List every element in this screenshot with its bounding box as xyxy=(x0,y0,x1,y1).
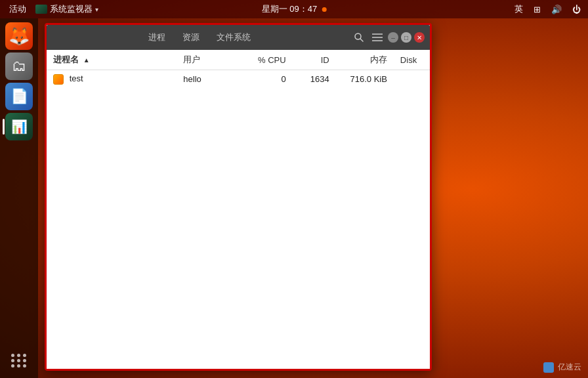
files-icon: 🗂 xyxy=(12,58,26,75)
table-body: test hello 0 1634 716.0 KiB xyxy=(47,70,430,88)
dot8 xyxy=(17,364,20,368)
lang-button[interactable]: 英 xyxy=(513,3,525,15)
datetime-label: 星期一 09：47 xyxy=(262,3,318,15)
window-tabs: 进程 资源 文件系统 xyxy=(52,29,347,46)
app-title-area: 系统监视器 ▾ xyxy=(35,3,98,15)
table-row[interactable]: test hello 0 1634 716.0 KiB xyxy=(47,70,430,88)
cell-cpu: 0 xyxy=(242,70,292,88)
minimize-button[interactable]: – xyxy=(388,32,398,43)
writer-icon: 📄 xyxy=(10,88,28,105)
watermark: 亿速云 xyxy=(543,362,581,373)
table-header: 进程名 ▲ 用户 % CPU ID 内存 Disk xyxy=(47,50,430,70)
cell-user: hello xyxy=(177,70,242,88)
cell-id: 1634 xyxy=(293,70,336,88)
power-button[interactable]: ⏻ xyxy=(570,5,583,14)
network-button[interactable]: ⊞ xyxy=(532,5,543,14)
search-button[interactable] xyxy=(351,31,367,44)
col-header-cpu[interactable]: % CPU xyxy=(242,50,292,70)
cell-mem: 716.0 KiB xyxy=(336,70,394,88)
process-table-container: 进程名 ▲ 用户 % CPU ID 内存 Disk test xyxy=(47,50,430,369)
dot6 xyxy=(23,359,26,362)
topbar-center: 星期一 09：47 xyxy=(262,3,327,15)
dot1 xyxy=(11,354,14,357)
col-header-disk[interactable]: Disk xyxy=(394,50,430,70)
tab-resources[interactable]: 资源 xyxy=(175,29,207,46)
sidebar: 🦊 🗂 📄 📊 xyxy=(0,18,38,378)
dot9 xyxy=(23,364,26,368)
col-header-name[interactable]: 进程名 ▲ xyxy=(47,50,177,70)
titlebar-actions: – □ ✕ xyxy=(351,31,425,44)
window-titlebar: 进程 资源 文件系统 – xyxy=(47,25,430,50)
system-monitor-window: 进程 资源 文件系统 – xyxy=(45,23,432,371)
col-header-id[interactable]: ID xyxy=(293,50,336,70)
header-row: 进程名 ▲ 用户 % CPU ID 内存 Disk xyxy=(47,50,430,70)
dot2 xyxy=(17,354,20,357)
process-icon xyxy=(53,74,64,85)
volume-button[interactable]: 🔊 xyxy=(549,5,564,14)
sidebar-item-firefox[interactable]: 🦊 xyxy=(5,22,33,50)
app-title-icon xyxy=(35,5,47,14)
dot7 xyxy=(11,364,14,368)
app-title-dropdown-icon: ▾ xyxy=(95,6,98,13)
topbar-right: 英 ⊞ 🔊 ⏻ xyxy=(513,3,583,15)
search-icon xyxy=(354,32,364,43)
watermark-icon xyxy=(543,362,554,373)
menu-button[interactable] xyxy=(369,32,385,43)
cell-name: test xyxy=(47,70,177,88)
monitor-icon: 📊 xyxy=(11,119,28,135)
time-dot-icon xyxy=(322,7,326,12)
sidebar-item-monitor[interactable]: 📊 xyxy=(5,113,33,140)
hamburger-icon xyxy=(372,33,383,42)
process-name: test xyxy=(70,74,83,83)
tab-process[interactable]: 进程 xyxy=(140,29,173,46)
firefox-icon: 🦊 xyxy=(9,26,30,47)
svg-line-1 xyxy=(360,39,363,41)
process-table: 进程名 ▲ 用户 % CPU ID 内存 Disk test xyxy=(47,50,430,88)
col-header-mem[interactable]: 内存 xyxy=(336,50,394,70)
dot3 xyxy=(23,354,26,357)
app-title-label: 系统监视器 xyxy=(50,3,93,15)
dot4 xyxy=(11,359,14,362)
col-header-user[interactable]: 用户 xyxy=(177,50,242,70)
dot5 xyxy=(17,359,20,362)
topbar-left: 活动 系统监视器 ▾ xyxy=(5,3,98,15)
close-button[interactable]: ✕ xyxy=(414,32,425,43)
sidebar-item-writer[interactable]: 📄 xyxy=(5,83,33,110)
apps-grid-button[interactable] xyxy=(7,350,31,371)
tab-filesystem[interactable]: 文件系统 xyxy=(209,29,259,46)
cell-disk xyxy=(394,70,430,88)
sidebar-item-files[interactable]: 🗂 xyxy=(5,52,33,80)
desktop: 活动 系统监视器 ▾ 星期一 09：47 英 ⊞ 🔊 ⏻ 🦊 🗂 📄 xyxy=(0,0,588,378)
sort-arrow-icon: ▲ xyxy=(83,56,90,64)
maximize-button[interactable]: □ xyxy=(401,32,411,43)
activities-button[interactable]: 活动 xyxy=(5,3,30,15)
sidebar-bottom xyxy=(7,350,31,371)
topbar: 活动 系统监视器 ▾ 星期一 09：47 英 ⊞ 🔊 ⏻ xyxy=(0,0,588,18)
watermark-text: 亿速云 xyxy=(558,362,581,371)
